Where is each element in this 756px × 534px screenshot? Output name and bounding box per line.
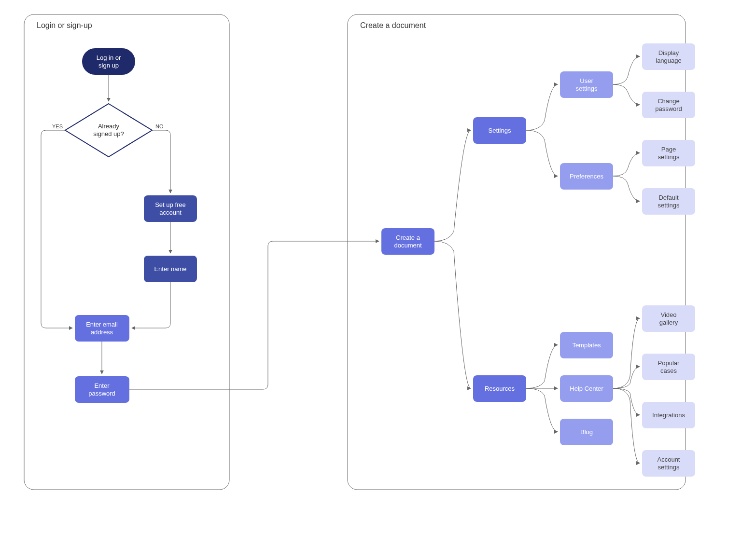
svg-text:signed up?: signed up? xyxy=(93,130,124,137)
node-pagesettings[interactable]: Page settings xyxy=(642,140,695,166)
node-resources[interactable]: Resources xyxy=(473,375,526,402)
svg-text:Settings: Settings xyxy=(489,127,511,134)
svg-text:Set up free: Set up free xyxy=(155,201,186,208)
node-popularcases[interactable]: Popular cases xyxy=(642,354,695,380)
edge-help-video xyxy=(613,318,640,388)
node-createdoc[interactable]: Create a document xyxy=(381,228,434,255)
node-accountsettings[interactable]: Account settings xyxy=(642,450,695,477)
svg-text:password: password xyxy=(88,390,115,397)
edge-help-account xyxy=(613,388,640,463)
svg-text:User: User xyxy=(580,77,593,84)
svg-text:sign up: sign up xyxy=(98,62,119,69)
svg-text:address: address xyxy=(91,329,113,336)
svg-text:Create a: Create a xyxy=(396,234,420,241)
svg-text:settings: settings xyxy=(658,153,680,161)
node-blog[interactable]: Blog xyxy=(560,419,613,445)
frame-login-title: Login or sign-up xyxy=(37,21,92,29)
edge-pref-default xyxy=(613,176,640,201)
svg-text:Preferences: Preferences xyxy=(570,173,604,180)
node-integrations[interactable]: Integrations xyxy=(642,402,695,428)
frame-create-title: Create a document xyxy=(360,21,426,29)
svg-text:Popular: Popular xyxy=(658,359,680,367)
edge-settings-pref xyxy=(526,130,558,176)
svg-text:account: account xyxy=(159,209,182,216)
svg-text:Blog: Blog xyxy=(580,428,593,436)
node-start[interactable]: Log in or sign up xyxy=(82,48,135,75)
svg-text:Already: Already xyxy=(98,123,120,130)
svg-text:Display: Display xyxy=(658,49,679,56)
node-password[interactable]: Enter password xyxy=(75,376,129,403)
svg-text:settings: settings xyxy=(658,202,680,209)
svg-text:Integrations: Integrations xyxy=(652,411,685,419)
node-changepw[interactable]: Change password xyxy=(642,92,695,118)
node-preferences[interactable]: Preferences xyxy=(560,163,613,190)
edge-res-blog xyxy=(526,388,558,432)
edge-no-label: NO xyxy=(155,123,164,129)
svg-text:settings: settings xyxy=(658,464,680,471)
edge-user-change xyxy=(613,84,640,105)
svg-text:settings: settings xyxy=(576,85,598,92)
svg-text:Default: Default xyxy=(658,194,679,201)
edge-create-resources xyxy=(434,241,471,388)
node-videogallery[interactable]: Video gallery xyxy=(642,305,695,332)
edge-no xyxy=(152,130,170,193)
edge-user-display xyxy=(613,56,640,84)
svg-text:Account: Account xyxy=(658,456,680,463)
svg-text:Log in or: Log in or xyxy=(97,54,121,61)
svg-text:Help Center: Help Center xyxy=(570,385,603,392)
svg-text:Video: Video xyxy=(660,311,676,318)
edge-yes-label: YES xyxy=(52,123,63,129)
edge-pref-page xyxy=(613,153,640,176)
node-email[interactable]: Enter email address xyxy=(75,315,129,342)
svg-text:Enter email: Enter email xyxy=(86,321,118,328)
svg-text:Page: Page xyxy=(661,146,676,153)
node-defaultsettings[interactable]: Default settings xyxy=(642,188,695,215)
edge-create-settings xyxy=(434,130,471,241)
svg-text:gallery: gallery xyxy=(659,319,678,326)
svg-text:cases: cases xyxy=(660,367,677,374)
node-usersettings[interactable]: User settings xyxy=(560,71,613,98)
node-helpcenter[interactable]: Help Center xyxy=(560,375,613,402)
edge-name-email xyxy=(132,282,170,328)
svg-text:Enter name: Enter name xyxy=(154,265,186,273)
frame-login xyxy=(24,14,229,490)
node-templates[interactable]: Templates xyxy=(560,332,613,358)
edge-settings-user xyxy=(526,84,558,130)
edge-res-templates xyxy=(526,345,558,388)
node-entername[interactable]: Enter name xyxy=(144,256,197,282)
svg-text:password: password xyxy=(655,105,682,112)
node-settings[interactable]: Settings xyxy=(473,117,526,144)
edge-help-popular xyxy=(613,367,640,388)
svg-text:document: document xyxy=(394,242,421,249)
svg-text:Change: Change xyxy=(658,97,680,105)
diagram-canvas: Login or sign-up Create a document Log i… xyxy=(0,0,756,534)
node-displaylang[interactable]: Display language xyxy=(642,43,695,70)
svg-text:Enter: Enter xyxy=(94,382,110,389)
svg-text:Templates: Templates xyxy=(572,342,601,349)
node-setup[interactable]: Set up free account xyxy=(144,195,197,222)
edge-yes xyxy=(41,130,72,328)
svg-text:language: language xyxy=(656,57,682,64)
node-decision[interactable]: Already signed up? xyxy=(65,104,152,157)
edge-help-integrations xyxy=(613,388,640,415)
svg-text:Resources: Resources xyxy=(485,385,515,392)
